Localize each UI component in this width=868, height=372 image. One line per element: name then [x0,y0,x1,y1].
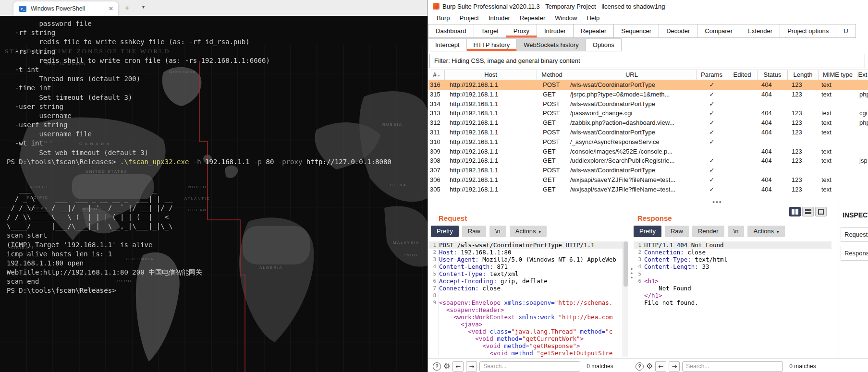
terminal-line: scan start [7,231,428,240]
tab-proxy[interactable]: Proxy [506,24,537,38]
response-tab-actions[interactable]: Actions▾ [747,226,784,237]
terminal-tab-powershell[interactable]: >_ Windows PowerShell ✕ [13,1,118,16]
column-header-params[interactable]: Params [697,70,727,80]
menu-item-window[interactable]: Window [550,13,582,24]
layout-rows-button[interactable] [802,207,814,216]
table-row[interactable]: 312http://192.168.1.1GET/zabbix.php?acti… [428,118,868,128]
subtab-intercept[interactable]: Intercept [428,38,467,51]
column-header-length[interactable]: Length [788,70,819,80]
table-row[interactable]: 309http://192.168.1.1GET/console/images/… [428,147,868,156]
cell-mime: text [819,118,857,128]
terminal-line: ___ _ [7,185,428,194]
code-line: 6Accept-Encoding: gzip, deflate [428,277,623,285]
gear-icon[interactable]: ⚙ [443,362,450,371]
column-header-method[interactable]: Method [537,70,567,80]
table-row[interactable]: 316http://192.168.1.1POST/wls-wsat/Coord… [428,80,868,90]
inspector-request-attributes[interactable]: Request a [841,227,868,242]
column-header-host[interactable]: Host [445,70,537,80]
column-header-mime[interactable]: MIME type [819,70,857,80]
burp-suite-window: Burp Suite Professional v2020.11.3 - Tem… [428,0,868,372]
next-match-button[interactable]: → [466,361,477,372]
chevron-down-icon[interactable]: ▾ [142,4,145,10]
cell-status: 404 [758,156,788,166]
tab-comparer[interactable]: Comparer [697,24,740,38]
prev-match-button[interactable]: ← [655,361,666,372]
request-tab-n[interactable]: \n [489,226,506,237]
tab-dashboard[interactable]: Dashboard [428,24,474,38]
help-icon[interactable]: ? [433,362,441,371]
burp-title-bar[interactable]: Burp Suite Professional v2020.11.3 - Tem… [428,0,868,12]
column-header-edited[interactable]: Edited [727,70,758,80]
table-row[interactable]: 308http://192.168.1.1GET/uddiexplorer/Se… [428,156,868,166]
subtab-http-history[interactable]: HTTP history [466,38,517,51]
request-tab-actions[interactable]: Actions▾ [510,226,547,237]
cell-length: 123 [788,90,819,99]
layout-columns-button[interactable] [789,207,801,216]
close-tab-icon[interactable]: ✕ [109,5,113,12]
table-row[interactable]: 315http://192.168.1.1GET/jsrpc.php?type=… [428,90,868,99]
menu-item-repeater[interactable]: Repeater [515,13,550,24]
cell-num: 314 [428,99,445,109]
column-header-status[interactable]: Status [758,70,788,80]
request-scrollbar-thumb[interactable] [623,241,628,287]
terminal-line: Set timeout (default 3) [7,93,428,102]
cell-edited [727,128,758,137]
response-panel-title: Response [637,214,672,222]
cell-method: POST [537,166,567,175]
screen: >_ Windows PowerShell ✕ + ▾ [0,0,868,372]
column-header-url[interactable]: URL [567,70,697,80]
subtab-websockets-history[interactable]: WebSockets history [516,38,586,51]
response-tab-n[interactable]: \n [728,226,745,237]
help-icon[interactable]: ? [636,362,644,371]
inspector-response-section[interactable]: Response [841,246,868,261]
new-tab-button[interactable]: + [125,3,129,12]
vertical-splitter-handle[interactable]: ••• [630,267,634,280]
menu-item-help[interactable]: Help [582,13,604,24]
tab-sequencer[interactable]: Sequencer [613,24,659,38]
request-scrollbar[interactable] [623,241,628,357]
terminal-line: -userf string [7,120,428,130]
request-tab-raw[interactable]: Raw [462,226,486,237]
response-tab-raw[interactable]: Raw [665,226,689,237]
tab-project-options[interactable]: Project options [780,24,836,38]
cell-edited [727,118,758,128]
horizontal-splitter-handle[interactable]: ••• [712,198,722,206]
response-tab-pretty[interactable]: Pretty [634,226,661,237]
code-text: Accept-Encoding: gzip, deflate [439,277,623,285]
subtab-options[interactable]: Options [586,38,622,51]
tab-target[interactable]: Target [474,24,506,38]
menu-item-intruder[interactable]: Intruder [484,13,515,24]
table-row[interactable]: 306http://192.168.1.1GET/wxjsapi/saveYZJ… [428,175,868,185]
cell-url: /wls-wsat/CoordinatorPortType [567,166,697,175]
tab-decoder[interactable]: Decoder [659,24,697,38]
request-tab-pretty[interactable]: Pretty [431,226,459,237]
inspector-title: INSPECT [843,211,868,219]
menu-item-burp[interactable]: Burp [432,13,454,24]
table-row[interactable]: 313http://192.168.1.1POST/password_chang… [428,108,868,118]
prev-match-button[interactable]: ← [452,361,464,372]
tab-intruder[interactable]: Intruder [537,24,574,38]
table-row[interactable]: 310http://192.168.1.1POST/_async/AsyncRe… [428,137,868,147]
table-row[interactable]: 305http://192.168.1.1GET/wxjsapi/saveYZJ… [428,185,868,194]
tab-u[interactable]: U [836,24,856,38]
request-search-input[interactable] [479,361,580,372]
response-search-input[interactable] [682,361,783,372]
proxy-filter-bar[interactable]: Filter: Hiding CSS, image and general bi… [429,54,865,68]
tab-repeater[interactable]: Repeater [573,24,614,38]
terminal-body[interactable]: STANDARD TIME ZONES OF THE WORLDARCTIC O… [0,16,428,372]
table-row[interactable]: 311http://192.168.1.1POST/wls-wsat/Coord… [428,128,868,137]
tab-extender[interactable]: Extender [740,24,780,38]
next-match-button[interactable]: → [669,361,680,372]
cell-params [697,147,727,156]
column-header-num[interactable]: #▾ [428,70,445,80]
gear-icon[interactable]: ⚙ [646,362,653,371]
response-tab-render[interactable]: Render [692,226,724,237]
layout-single-button[interactable] [815,207,827,216]
line-number [428,321,439,328]
table-row[interactable]: 307http://192.168.1.1POST/wls-wsat/Coord… [428,166,868,175]
column-header-ext[interactable]: Ext [857,70,868,80]
menu-item-project[interactable]: Project [454,13,483,24]
response-editor[interactable]: 1HTTP/1.1 404 Not Found2Connection: clos… [634,241,831,358]
request-editor[interactable]: 1POST /wls-wsat/CoordinatorPortType HTTP… [428,241,623,358]
table-row[interactable]: 314http://192.168.1.1POST/wls-wsat/Coord… [428,99,868,109]
